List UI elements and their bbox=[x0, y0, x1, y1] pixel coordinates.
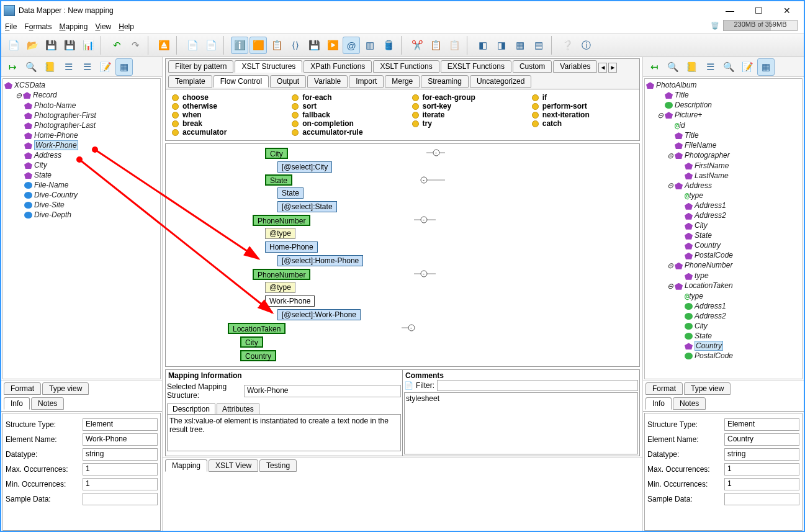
map-node-State[interactable]: State bbox=[277, 187, 304, 199]
notes-icon[interactable]: 📒 bbox=[41, 58, 58, 76]
top-tab-Variables[interactable]: Variables bbox=[553, 60, 597, 73]
rtree-Title[interactable]: Title bbox=[646, 90, 801, 100]
tab-typeview-left[interactable]: Type view bbox=[42, 382, 89, 395]
tab-notes-right[interactable]: Notes bbox=[673, 397, 706, 410]
rtree-type[interactable]: @type bbox=[646, 291, 801, 301]
map-node-Home-Phone[interactable]: Home-Phone bbox=[265, 241, 318, 253]
rtree-PostalCode[interactable]: PostalCode bbox=[646, 351, 801, 361]
rtree-PostalCode[interactable]: PostalCode bbox=[646, 250, 801, 260]
map-node-@type[interactable]: @type bbox=[265, 228, 295, 239]
paste-icon[interactable]: 📋 bbox=[446, 37, 463, 54]
rtree-type[interactable]: type bbox=[646, 271, 801, 281]
save-icon[interactable]: 💾 bbox=[42, 37, 60, 54]
map-node-@type[interactable]: @type bbox=[265, 282, 295, 293]
list1r-icon[interactable]: ☰ bbox=[701, 58, 719, 76]
map-node-Work-Phone[interactable]: Work-Phone bbox=[265, 295, 315, 307]
rtree-id[interactable]: @id bbox=[646, 120, 801, 130]
doc-add-icon[interactable]: 📄 bbox=[184, 37, 201, 54]
bottom-tab-Mapping[interactable]: Mapping bbox=[165, 459, 207, 472]
play-icon[interactable]: ▶️ bbox=[324, 37, 341, 54]
save-all-icon[interactable]: 💾 bbox=[61, 37, 78, 54]
func-on-completion[interactable]: on-completion bbox=[292, 119, 393, 128]
tab-format-left[interactable]: Format bbox=[4, 382, 41, 395]
rtree-Title[interactable]: Title bbox=[646, 130, 801, 140]
map-node-State[interactable]: State bbox=[265, 174, 292, 186]
rtree-LastName[interactable]: LastName bbox=[646, 171, 801, 181]
arrow-left-icon[interactable]: ↤ bbox=[645, 58, 663, 76]
func-sort-key[interactable]: sort-key bbox=[412, 102, 513, 110]
func-choose[interactable]: choose bbox=[172, 93, 273, 102]
copy-icon[interactable]: 📋 bbox=[427, 37, 444, 54]
database-icon[interactable]: 🛢️ bbox=[380, 37, 397, 54]
tree-item-Dive-Depth[interactable]: Dive-Depth bbox=[24, 210, 159, 220]
trash-icon[interactable]: 🗑️ bbox=[711, 22, 719, 30]
top-tab-Custom[interactable]: Custom bbox=[513, 60, 552, 73]
top-tab-XSLT Structures[interactable]: XSLT Structures bbox=[235, 60, 302, 73]
undo-icon[interactable]: ↶ bbox=[108, 37, 125, 54]
tree-record[interactable]: ⊖Record bbox=[14, 90, 159, 101]
func-otherwise[interactable]: otherwise bbox=[172, 102, 273, 110]
func-catch[interactable]: catch bbox=[532, 119, 633, 128]
rtree-Picture+[interactable]: ⊖Picture+ bbox=[646, 110, 801, 120]
rtree-State[interactable]: State bbox=[646, 230, 801, 240]
func-for-each-group[interactable]: for-each-group bbox=[412, 93, 513, 102]
tree-item-Work-Phone[interactable]: Work-Phone bbox=[24, 140, 159, 150]
list1-icon[interactable]: ☰ bbox=[60, 58, 77, 76]
right-tree[interactable]: PhotoAlbumTitleDescription⊖Picture+@idTi… bbox=[644, 78, 803, 379]
new-file-icon[interactable]: 📄 bbox=[5, 37, 22, 54]
blocks4-icon[interactable]: ▤ bbox=[530, 37, 547, 54]
tree-root[interactable]: XCSData bbox=[4, 80, 159, 90]
func-sort[interactable]: sort bbox=[292, 102, 393, 110]
sub-tab-Merge[interactable]: Merge bbox=[385, 75, 420, 88]
minimize-button[interactable]: — bbox=[716, 2, 744, 19]
edit-icon[interactable]: 📝 bbox=[97, 58, 114, 76]
notes-right-icon[interactable]: 📒 bbox=[683, 58, 700, 76]
left-tree[interactable]: XCSData⊖RecordPhoto-NamePhotographer-Fir… bbox=[2, 78, 161, 379]
map-node-Country[interactable]: Country bbox=[240, 350, 276, 361]
func-accumulator[interactable]: accumulator bbox=[172, 128, 273, 137]
validate-icon[interactable]: 📋 bbox=[268, 37, 286, 54]
tree-item-Photo-Name[interactable]: Photo-Name bbox=[24, 101, 159, 110]
menu-help[interactable]: Help bbox=[119, 22, 134, 31]
func-if[interactable]: if bbox=[532, 93, 633, 102]
cut-icon[interactable]: ✂️ bbox=[408, 37, 426, 54]
rtree-Address1[interactable]: Address1 bbox=[646, 301, 801, 311]
highlight-icon[interactable]: 🟧 bbox=[250, 37, 267, 54]
map-node-[@select]:Work-Phone[interactable]: [@select]:Work-Phone bbox=[277, 309, 361, 320]
tab-scroll-left[interactable]: ◄ bbox=[598, 63, 607, 73]
func-break[interactable]: break bbox=[172, 119, 273, 128]
save2-icon[interactable]: 💾 bbox=[305, 37, 323, 54]
rtree-Description[interactable]: Description bbox=[646, 100, 801, 110]
about-icon[interactable]: ⓘ bbox=[577, 37, 595, 54]
search-left-icon[interactable]: 🔍 bbox=[22, 58, 40, 76]
rtree-Country[interactable]: Country bbox=[646, 341, 801, 351]
map-node-LocationTaken[interactable]: LocationTaken bbox=[228, 323, 286, 334]
tab-typeview-right[interactable]: Type view bbox=[684, 382, 731, 395]
export-xls-icon[interactable]: 📊 bbox=[79, 37, 97, 54]
tab-format-right[interactable]: Format bbox=[645, 382, 683, 395]
menu-view[interactable]: View bbox=[95, 22, 111, 31]
tab-notes-left[interactable]: Notes bbox=[31, 397, 64, 410]
rtree-FirstName[interactable]: FirstName bbox=[646, 161, 801, 171]
redo-icon[interactable]: ↷ bbox=[127, 37, 144, 54]
filterr-icon[interactable]: ▦ bbox=[757, 58, 775, 76]
search-right-icon[interactable]: 🔍 bbox=[664, 58, 681, 76]
top-tab-XSLT Functions[interactable]: XSLT Functions bbox=[373, 60, 439, 73]
rtree-FileName[interactable]: FileName bbox=[646, 140, 801, 150]
tree-item-City[interactable]: City bbox=[24, 160, 159, 170]
tree-item-Dive-Site[interactable]: Dive-Site bbox=[24, 200, 159, 210]
maximize-button[interactable]: ☐ bbox=[744, 2, 773, 19]
columns-icon[interactable]: ▥ bbox=[361, 37, 379, 54]
mapping-canvas[interactable]: - - - - - City[@select]:CityStateState[@… bbox=[165, 143, 640, 367]
rtree-Address2[interactable]: Address2 bbox=[646, 210, 801, 220]
rtree-Address1[interactable]: Address1 bbox=[646, 201, 801, 210]
tab-info-right[interactable]: Info bbox=[645, 397, 672, 410]
rtree-root[interactable]: PhotoAlbum bbox=[646, 80, 801, 90]
map-node-PhoneNumber[interactable]: PhoneNumber bbox=[253, 269, 310, 280]
top-tab-Filter by pattern[interactable]: Filter by pattern bbox=[168, 60, 233, 73]
tab-description[interactable]: Description bbox=[167, 404, 215, 414]
map-node-PhoneNumber[interactable]: PhoneNumber bbox=[253, 215, 310, 226]
help-icon[interactable]: ❔ bbox=[559, 37, 576, 54]
bottom-tab-Testing[interactable]: Testing bbox=[259, 459, 297, 472]
rtree-type[interactable]: @type bbox=[646, 191, 801, 201]
